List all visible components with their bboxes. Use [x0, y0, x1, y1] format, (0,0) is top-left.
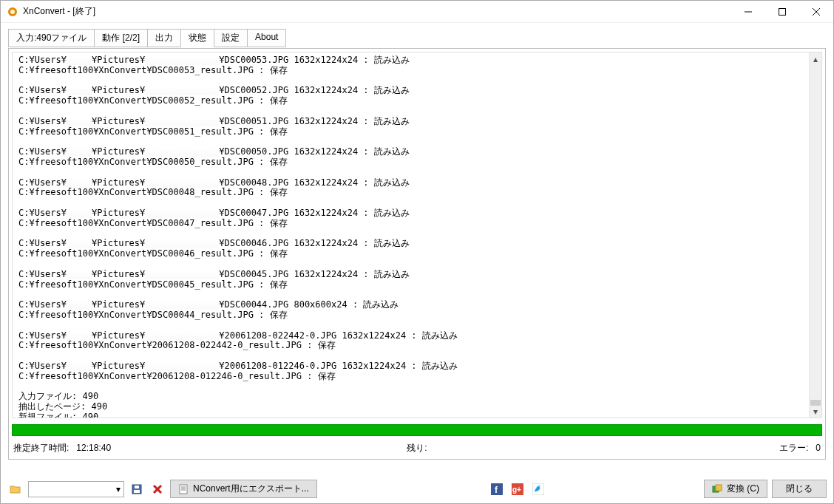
- minimize-button[interactable]: [731, 1, 765, 23]
- svg-rect-21: [716, 485, 722, 491]
- app-icon: [7, 6, 18, 18]
- export-nconvert-button[interactable]: NConvert用にエクスポート...: [170, 480, 317, 498]
- svg-point-1: [10, 10, 15, 14]
- convert-button[interactable]: 変換 (C): [704, 480, 767, 498]
- bottom-toolbar: ▾ NConvert用にエクスポート... f g+ 変換 (C) 閉じる: [7, 480, 827, 498]
- progress-bar: [12, 424, 822, 436]
- log-text-area[interactable]: C:¥Users¥¥Pictures¥¥DSC00053.JPG 1632x12…: [13, 52, 809, 418]
- tab-input[interactable]: 入力:490ファイル: [8, 29, 95, 47]
- tab-about[interactable]: About: [247, 29, 286, 47]
- convert-icon: [712, 484, 722, 494]
- tab-status[interactable]: 状態: [180, 29, 214, 47]
- chevron-down-icon: ▾: [116, 484, 121, 494]
- status-panel: C:¥Users¥¥Pictures¥¥DSC00053.JPG 1632x12…: [8, 48, 826, 460]
- svg-rect-7: [134, 490, 140, 493]
- vertical-scrollbar[interactable]: ▴ ▾: [809, 52, 821, 418]
- open-folder-button[interactable]: [7, 481, 24, 497]
- svg-text:g+: g+: [512, 486, 521, 494]
- window-title: XnConvert - [終了]: [23, 5, 95, 18]
- close-app-button[interactable]: 閉じる: [772, 480, 827, 498]
- eta-value: 12:18:40: [76, 443, 111, 453]
- svg-rect-11: [180, 485, 187, 494]
- tab-settings[interactable]: 設定: [214, 29, 248, 47]
- document-icon: [178, 484, 189, 494]
- tab-actions[interactable]: 動作 [2/2]: [94, 29, 148, 47]
- tab-output[interactable]: 出力: [147, 29, 181, 47]
- eta-label: 推定終了時間:: [13, 443, 69, 453]
- scroll-down-button[interactable]: ▾: [810, 405, 821, 418]
- convert-label: 変換 (C): [727, 483, 759, 495]
- twitter-icon[interactable]: [530, 481, 546, 497]
- save-preset-button[interactable]: [129, 481, 145, 497]
- export-nconvert-label: NConvert用にエクスポート...: [193, 483, 309, 495]
- svg-rect-8: [135, 486, 139, 488]
- maximize-button[interactable]: [765, 1, 799, 23]
- google-plus-icon[interactable]: g+: [509, 481, 526, 497]
- tab-bar: 入力:490ファイル 動作 [2/2] 出力 状態 設定 About: [8, 29, 826, 47]
- log-container: C:¥Users¥¥Pictures¥¥DSC00053.JPG 1632x12…: [12, 52, 822, 418]
- remaining-label: 残り:: [407, 443, 427, 453]
- delete-preset-button[interactable]: [149, 481, 166, 497]
- facebook-icon[interactable]: f: [489, 481, 505, 497]
- close-button[interactable]: [799, 1, 833, 23]
- title-bar: XnConvert - [終了]: [1, 1, 833, 23]
- svg-rect-3: [779, 8, 786, 15]
- error-label: エラー:: [779, 443, 808, 453]
- error-value: 0: [816, 443, 821, 453]
- close-app-label: 閉じる: [786, 483, 813, 495]
- status-row: 推定終了時間: 12:18:40 残り: エラー: 0: [12, 440, 822, 456]
- preset-dropdown[interactable]: ▾: [28, 481, 124, 497]
- scroll-up-button[interactable]: ▴: [810, 52, 821, 65]
